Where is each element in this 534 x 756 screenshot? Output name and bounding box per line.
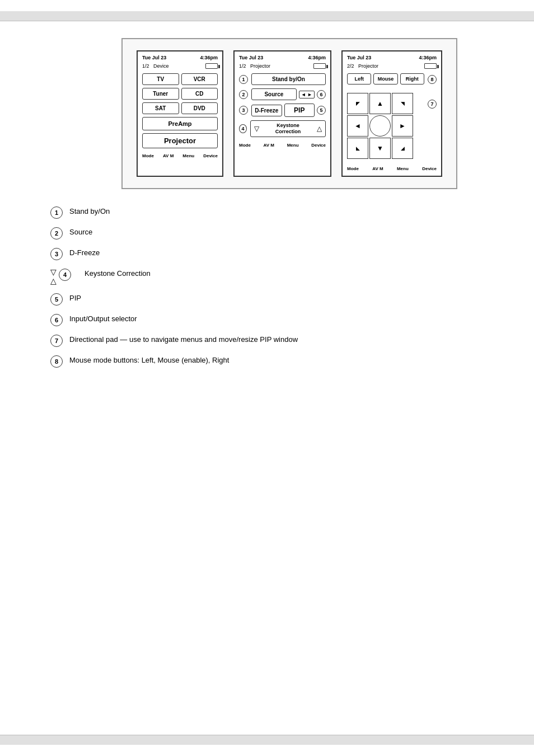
pip-button[interactable]: PIP (284, 104, 315, 117)
mouse-button[interactable]: Mouse (373, 73, 397, 84)
footer-menu: Menu (182, 153, 194, 158)
projector-row: Projector (142, 133, 218, 148)
circle-8: 8 (428, 75, 437, 84)
annotation-text-7: Directional pad — use to navigate menus … (69, 334, 517, 345)
annotation-3: 3 D-Freeze (50, 247, 517, 260)
dpad-header: Tue Jul 23 4:36pm (347, 55, 437, 60)
mouse-mode-row: Left Mouse Right 8 (347, 73, 437, 86)
annotation-text-1: Stand by/On (69, 206, 517, 217)
dpad-center[interactable] (369, 115, 391, 137)
dpad-panel: Tue Jul 23 4:36pm 2/2 Projector Left Mou… (341, 50, 442, 177)
projector-ctrl-date: Tue Jul 23 (239, 55, 263, 60)
footer-menu-2: Menu (287, 143, 299, 148)
keystone-button[interactable]: ▽ KeystoneCorrection △ (250, 120, 326, 137)
device-battery (205, 63, 218, 70)
projector-button[interactable]: Projector (142, 133, 218, 148)
top-bar (0, 11, 534, 21)
annotations-section: 1 Stand by/On 2 Source 3 D-Freeze ▽ △ 4 … (17, 206, 517, 375)
device-panel: Tue Jul 23 4:36pm 1/2 Device TV VCR Tune… (137, 50, 223, 177)
sat-button[interactable]: SAT (142, 102, 179, 114)
dpad-downright[interactable]: ◢ (392, 138, 413, 159)
tuner-cd-row: Tuner CD (142, 88, 218, 100)
circle-2: 2 (239, 90, 248, 99)
circle-5: 5 (317, 106, 326, 115)
annotation-text-8: Mouse mode buttons: Left, Mouse (enable)… (69, 355, 517, 366)
annotation-7: 7 Directional pad — use to navigate menu… (50, 334, 517, 347)
dpad-downleft[interactable]: ◣ (347, 138, 368, 159)
projector-ctrl-panel: Tue Jul 23 4:36pm 1/2 Projector 1 Stand … (233, 50, 331, 177)
tv-button[interactable]: TV (142, 73, 179, 85)
preamp-button[interactable]: PreAmp (142, 117, 218, 130)
footer-device-3: Device (422, 166, 437, 171)
dpad-left[interactable]: ◄ (347, 115, 368, 137)
annotation-num-1: 1 (50, 206, 63, 219)
circle-7: 7 (428, 100, 437, 109)
device-subheader: 1/2 Device (142, 63, 218, 70)
dpad-upright[interactable]: ◥ (392, 93, 413, 114)
footer-mode-3: Mode (347, 166, 359, 171)
standby-row: 1 Stand by/On (239, 73, 326, 85)
device-time: 4:36pm (200, 55, 218, 60)
dpad-down[interactable]: ▼ (369, 138, 391, 159)
projector-ctrl-footer: Mode AV M Menu Device (239, 143, 326, 148)
annotation-4-icons: ▽ △ (50, 268, 57, 285)
lmr-buttons: Left Mouse Right (347, 73, 424, 84)
dfreeze-pip-row: 3 D-Freeze PIP 5 (239, 104, 326, 117)
annotation-num-6: 6 (50, 314, 63, 326)
circle-1: 1 (239, 75, 248, 84)
device-header: Tue Jul 23 4:36pm (142, 55, 218, 60)
source-row: 2 Source ◄ ► 6 (239, 88, 326, 100)
page-wrapper: Tue Jul 23 4:36pm 1/2 Device TV VCR Tune… (0, 0, 534, 756)
projector-battery (313, 63, 326, 70)
dpad-date: Tue Jul 23 (347, 55, 371, 60)
dpad-upleft[interactable]: ◤ (347, 93, 368, 114)
dpad-grid-wrapper: ◤ ▲ ◥ ◄ ► ◣ ▼ ◢ (347, 90, 424, 162)
io-selector[interactable]: ◄ ► (299, 91, 315, 98)
cd-button[interactable]: CD (181, 88, 218, 100)
right-button[interactable]: Right (400, 73, 424, 84)
tv-vcr-row: TV VCR (142, 73, 218, 85)
battery-icon-2 (313, 63, 326, 69)
device-footer: Mode AV M Menu Device (142, 153, 218, 158)
standby-on-button[interactable]: Stand by/On (251, 73, 326, 85)
footer-avm: AV M (163, 153, 174, 158)
battery-icon (205, 63, 218, 69)
annotation-2: 2 Source (50, 227, 517, 240)
footer-mode-2: Mode (239, 143, 251, 148)
battery-icon-3 (424, 63, 437, 69)
dpad-subheader: 2/2 Projector (347, 63, 437, 70)
vcr-button[interactable]: VCR (181, 73, 218, 85)
main-content: Tue Jul 23 4:36pm 1/2 Device TV VCR Tune… (0, 21, 534, 735)
tuner-button[interactable]: Tuner (142, 88, 179, 100)
annotation-6: 6 Input/Output selector (50, 313, 517, 326)
dpad-right[interactable]: ► (392, 115, 413, 137)
bottom-bar (0, 735, 534, 745)
up-triangle-icon: △ (50, 277, 57, 285)
dvd-button[interactable]: DVD (181, 102, 218, 114)
projector-ctrl-header: Tue Jul 23 4:36pm (239, 55, 326, 60)
annotation-num-3: 3 (50, 248, 63, 260)
annotation-num-8: 8 (50, 355, 63, 368)
left-button[interactable]: Left (347, 73, 371, 84)
keystone-label: KeystoneCorrection (275, 123, 301, 135)
preamp-row: PreAmp (142, 117, 218, 130)
footer-avm-3: AV M (372, 166, 383, 171)
footer-device-2: Device (311, 143, 326, 148)
footer-avm-2: AV M (264, 143, 274, 148)
dpad-up[interactable]: ▲ (369, 93, 391, 114)
source-button[interactable]: Source (251, 88, 297, 100)
dpad-battery (424, 63, 437, 70)
annotation-text-6: Input/Output selector (69, 313, 517, 325)
annotation-5: 5 PIP (50, 293, 517, 306)
annotation-text-4: Keystone Correction (85, 268, 517, 279)
projector-ctrl-page: 1/2 Projector (239, 63, 270, 70)
dfreeze-button[interactable]: D-Freeze (251, 105, 282, 116)
projector-ctrl-subheader: 1/2 Projector (239, 63, 326, 70)
footer-mode: Mode (142, 153, 154, 158)
sat-dvd-row: SAT DVD (142, 102, 218, 114)
annotation-num-2: 2 (50, 227, 63, 240)
tri-down-icon: ▽ (254, 125, 259, 133)
annotation-text-3: D-Freeze (69, 247, 517, 259)
annotation-num-7: 7 (50, 335, 63, 347)
annotation-4-wrapper: ▽ △ 4 Keystone Correction (50, 268, 517, 285)
